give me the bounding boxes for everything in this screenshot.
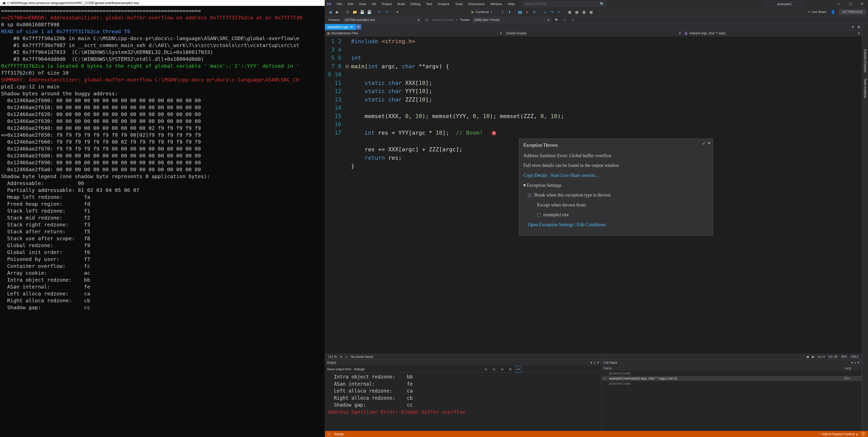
save-icon[interactable]: 💾 (359, 9, 365, 15)
char-indicator[interactable]: Ch: 30 (829, 355, 837, 358)
close-icon[interactable]: ✕ (707, 140, 711, 146)
step-out2-icon[interactable]: ↖ (556, 9, 562, 15)
error-glyph-icon[interactable]: ✕ (492, 131, 496, 136)
copy-details-link[interactable]: Copy Details (523, 173, 548, 178)
whitespace-indicator[interactable]: SPC (841, 355, 847, 358)
side-tab-team-explorer[interactable]: Team Explorer (863, 76, 868, 101)
minimize-button[interactable]: ― (833, 0, 844, 8)
menu-view[interactable]: View (356, 1, 369, 7)
tool-icon-4[interactable]: ▦ (588, 9, 594, 15)
pin-icon[interactable]: ⤓ (854, 361, 856, 365)
resize-grip-icon[interactable]: ⋰ (707, 228, 711, 234)
tab-overflow-icon[interactable]: ▾ (849, 24, 856, 30)
start-liveshare-link[interactable]: Start Live Share session... (551, 173, 598, 178)
tool-icon[interactable]: ▦ (566, 9, 572, 15)
console-titlebar[interactable]: ▣ C:\MSDN\cpp-docs-pr\docs\c-language\AS… (0, 0, 325, 6)
issues-label[interactable]: No issues found (351, 355, 373, 358)
menu-git[interactable]: Git (369, 1, 379, 7)
edit-conditions-link[interactable]: Edit Conditions (577, 222, 606, 227)
nav-back-icon[interactable]: ◀ (327, 9, 333, 15)
vs-logo-icon[interactable]: ⋈ (325, 0, 333, 8)
tool-icon-3[interactable]: ▦ (581, 9, 587, 15)
pause-icon[interactable]: ▮▮ (517, 9, 523, 15)
menu-edit[interactable]: Edit (345, 1, 356, 7)
output-from-combo[interactable]: Debug▾ (354, 368, 476, 371)
callstack-row[interactable]: [External Code] (601, 381, 862, 386)
add-source-control-button[interactable]: ↑ Add to Source Control ▴ (819, 432, 858, 436)
dropdown-icon[interactable]: ▾ (851, 361, 853, 365)
stack-frames-2-icon[interactable]: ▥ (570, 17, 576, 23)
process-combo[interactable]: [29708] example2.exe▾ (343, 18, 422, 23)
continue-button[interactable]: ▶ Continue ▾ (469, 9, 495, 15)
exe-checkbox[interactable] (537, 213, 541, 217)
output-body[interactable]: Intra object redzone: bb ASan internal: … (325, 373, 601, 431)
menu-project[interactable]: Project (379, 1, 395, 7)
dropdown-icon[interactable]: ▾ (591, 361, 592, 365)
new-file-icon[interactable]: 🗋 (345, 9, 351, 15)
zoom-level[interactable]: 111 % (328, 355, 337, 358)
close-icon[interactable]: ✕ (857, 361, 860, 365)
output-tool-icon-3[interactable]: ≡ (499, 366, 505, 372)
notifications-badge[interactable]: 2 (861, 432, 865, 436)
solution-add-icon[interactable]: ⊕ (856, 24, 862, 30)
exception-settings-header[interactable]: Exception Settings (527, 183, 561, 188)
undo-icon[interactable]: ↶ (377, 9, 383, 15)
menu-build[interactable]: Build (395, 1, 407, 7)
callstack-row[interactable]: ➪example2.exe!main(int argc, char * * ar… (601, 376, 862, 381)
breakpoint-icon[interactable]: ⬇ (506, 9, 513, 15)
tool-icon-2[interactable]: ▦ (574, 9, 580, 15)
side-tab-solution-explorer[interactable]: Solution Explorer (863, 47, 868, 75)
menu-extensions[interactable]: Extensions (466, 1, 487, 7)
line-indicator[interactable]: Ln: 4 (818, 355, 825, 358)
close-icon[interactable]: ✕ (597, 361, 599, 365)
output-tool-icon[interactable]: ≡ (483, 366, 489, 372)
code-editor[interactable]: 1 2 3 4 5 6 7 8 9 10 11 12 13 14 15 16 1… (325, 36, 862, 354)
maximize-button[interactable]: ▢ (844, 0, 856, 8)
callstack-row[interactable]: [External Code] (601, 371, 862, 376)
menu-file[interactable]: File (334, 1, 345, 7)
nav-scope-global[interactable]: (Global Scope)▾ (504, 30, 683, 36)
pin-icon[interactable]: ⇴ (350, 25, 353, 29)
pin-icon[interactable]: ⤢ (702, 140, 705, 146)
chevron-down-icon[interactable]: ▾ (340, 355, 342, 358)
search-icon[interactable]: 🔍 (600, 2, 604, 6)
lineend-indicator[interactable]: CRLF (851, 355, 859, 358)
stop-icon[interactable]: ■ (524, 9, 530, 15)
search-input[interactable] (522, 1, 607, 7)
menu-window[interactable]: Window (488, 1, 505, 7)
menu-help[interactable]: Help (505, 1, 517, 7)
pin-icon[interactable]: ⤓ (593, 361, 596, 365)
nav-scope-function[interactable]: ◧main(int argc, char ** argv)▾ (683, 30, 862, 36)
output-tool-icon-2[interactable]: ≡ (491, 366, 497, 372)
step-out-icon[interactable]: ⤴ (499, 9, 505, 15)
restart-icon[interactable]: ⟳ (531, 9, 537, 15)
nav-scope-project[interactable]: ▦Miscellaneous Files▾ (325, 30, 504, 36)
open-exception-settings-link[interactable]: Open Exception Settings (528, 222, 574, 227)
open-file-icon[interactable]: 📂 (352, 9, 358, 15)
output-clear-icon[interactable]: ✕ (507, 366, 514, 372)
console-output[interactable]: ========================================… (0, 6, 325, 437)
account-icon[interactable]: 👤 (830, 9, 836, 15)
liveshare-button[interactable]: ↗ Live Share (805, 10, 829, 14)
save-all-icon[interactable]: 💾 (366, 9, 372, 15)
stack-frames-icon[interactable]: ▥ (562, 17, 568, 23)
redo-icon[interactable]: ↷ (384, 9, 390, 15)
col-name[interactable]: Name (603, 367, 844, 370)
output-wrap-icon[interactable]: ↵ (516, 366, 522, 372)
close-button[interactable]: ✕ (856, 0, 868, 8)
thread-combo[interactable]: [888] Main Thread▾ (472, 18, 552, 23)
flag-icon[interactable]: ⚑ (554, 17, 560, 23)
step-over-icon[interactable]: ↷ (549, 9, 555, 15)
menu-analyze[interactable]: Analyze (435, 1, 452, 7)
fold-column[interactable]: ⊟ (345, 36, 349, 354)
col-lang[interactable]: Lang (844, 367, 860, 370)
menu-test[interactable]: Test (424, 1, 435, 7)
config-dropdown-icon[interactable]: ▾ (394, 9, 400, 15)
tab-close-button[interactable]: ✕ (355, 24, 361, 30)
menu-tools[interactable]: Tools (453, 1, 465, 7)
menu-debug[interactable]: Debug (408, 1, 423, 7)
lifecycle-icon[interactable]: ☐ (424, 17, 430, 23)
tab-example2-cpp[interactable]: example2.cpp ⇴ (325, 24, 355, 30)
callstack-body[interactable]: [External Code]➪example2.exe!main(int ar… (601, 371, 862, 386)
nav-fwd-icon[interactable]: ▶ (334, 9, 340, 15)
